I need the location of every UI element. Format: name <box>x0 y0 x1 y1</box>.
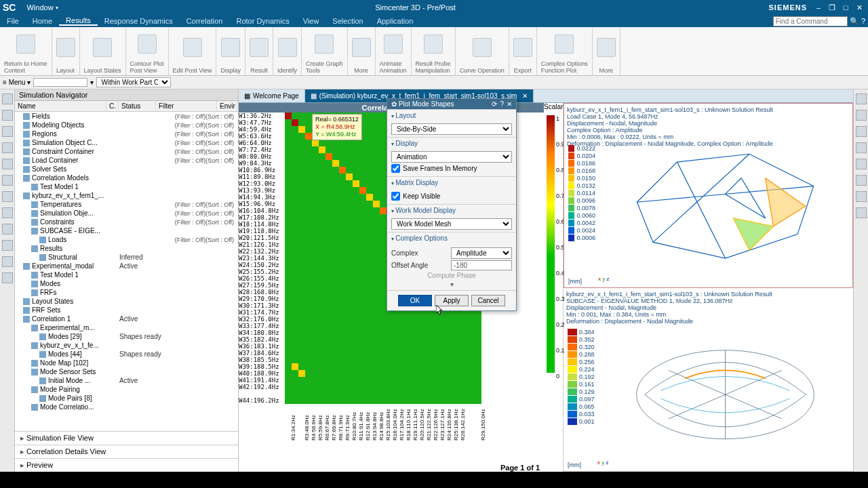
tree-item[interactable]: Correlation 1Active <box>15 314 238 323</box>
ribbon-group-return-to-home[interactable]: Return to HomeContext <box>0 27 52 75</box>
tree-item[interactable]: Temperatures(Filter : Off)(Sort : Off) <box>15 200 238 209</box>
section-complex[interactable]: Complex Options <box>387 232 516 244</box>
dock-icon[interactable] <box>856 110 867 121</box>
save-frames-checkbox[interactable] <box>391 164 400 173</box>
ribbon-group-display[interactable]: Display <box>216 27 245 75</box>
tree-item[interactable]: Modeling Objects(Filter : Off)(Sort : Of… <box>15 121 238 129</box>
accordion-correlation-details-view[interactable]: Correlation Details View <box>15 445 238 458</box>
tree-item[interactable]: FRF Sets <box>15 306 238 314</box>
ribbon-group-export[interactable]: Export <box>509 27 537 75</box>
ribbon-group-edit-post-view[interactable]: Edit Post View <box>169 27 217 75</box>
dock-icon[interactable] <box>2 110 13 121</box>
tree-item[interactable]: Regions(Filter : Off)(Sort : Off) <box>15 129 238 138</box>
menu-response-dynamics[interactable]: Response Dynamics <box>98 17 180 25</box>
section-layout[interactable]: Layout <box>387 109 516 121</box>
maximize-icon[interactable]: □ <box>840 3 852 12</box>
menu-selection[interactable]: Selection <box>326 17 370 25</box>
document-tab[interactable]: ▦Welcome Page <box>239 89 305 102</box>
tree-item[interactable]: Initial Mode ...Active <box>15 376 238 385</box>
tree-item[interactable]: SUBCASE - EIGE... <box>15 226 238 235</box>
search-icon[interactable]: 🔍 <box>850 17 859 25</box>
tree-item[interactable]: Simulation Obje...(Filter : Off)(Sort : … <box>15 209 238 218</box>
tree-item[interactable]: FRFs <box>15 288 238 297</box>
dock-icon[interactable] <box>856 207 867 218</box>
tree-item[interactable]: Loads(Filter : Off)(Sort : Off) <box>15 235 238 244</box>
ribbon-group-contour-plot[interactable]: Contour PlotPost View <box>126 27 169 75</box>
dock-icon[interactable] <box>2 142 13 153</box>
accordion-simulation-file-view[interactable]: Simulation File View <box>15 431 238 445</box>
close-icon[interactable]: ✕ <box>853 3 865 12</box>
dock-icon[interactable] <box>2 240 13 251</box>
menu-results[interactable]: Results <box>59 16 98 26</box>
tree-item[interactable]: Constraints(Filter : Off)(Sort : Off) <box>15 218 238 226</box>
keep-visible-checkbox[interactable] <box>391 192 400 201</box>
ribbon-group-more[interactable]: More <box>593 27 620 75</box>
ribbon-group-complex-options[interactable]: Complex OptionsFunction Plot <box>537 27 593 75</box>
tree-item[interactable]: Mode Pairing <box>15 385 238 394</box>
tree-item[interactable]: Test Model 1 <box>15 270 238 279</box>
ribbon-group-create-graph[interactable]: Create GraphTools <box>302 27 348 75</box>
tree-item[interactable]: Results <box>15 244 238 253</box>
restore-icon[interactable]: ❐ <box>826 3 838 12</box>
dock-icon[interactable] <box>2 224 13 235</box>
context-input[interactable] <box>33 78 87 87</box>
ribbon-group-curve-operation[interactable]: Curve Operation <box>456 27 509 75</box>
tree-item[interactable]: Experimental_modalActive <box>15 262 238 270</box>
dock-icon[interactable] <box>2 94 13 104</box>
menu-file[interactable]: File <box>0 17 26 25</box>
menu-application[interactable]: Application <box>370 17 420 25</box>
tree-item[interactable]: Load Container(Filter : Off)(Sort : Off) <box>15 156 238 165</box>
ribbon-group-identify[interactable]: Identify <box>273 27 302 75</box>
help-icon[interactable]: ? <box>861 17 865 25</box>
tree-item[interactable]: Modes [44]Shapes ready <box>15 350 238 359</box>
tree-item[interactable]: Constraint Container(Filter : Off)(Sort … <box>15 147 238 156</box>
plot-top[interactable]: kyburz_ev_x_t_fem1_i_fem_start_sim1-sol1… <box>564 103 853 288</box>
apply-button[interactable]: Apply <box>435 295 469 306</box>
display-select[interactable]: Animation <box>391 151 512 163</box>
ribbon-group-result[interactable]: Result <box>245 27 273 75</box>
ok-button[interactable]: OK <box>398 295 432 306</box>
tree-item[interactable]: kyburz_ev_x_t_fe... <box>15 341 238 350</box>
tree-item[interactable]: Solver Sets <box>15 165 238 174</box>
tree-item[interactable]: Mode Pairs [8] <box>15 394 238 403</box>
dialog-title[interactable]: ✿ Plot Mode Shapes ⟳?✕ <box>387 99 516 109</box>
menu-view[interactable]: View <box>296 17 326 25</box>
tree-item[interactable]: Correlation Models <box>15 174 238 182</box>
tree-item[interactable]: StructuralInferred <box>15 253 238 262</box>
dock-icon[interactable] <box>856 126 867 137</box>
layout-select[interactable]: Side-By-Side <box>391 123 512 135</box>
nav-tree[interactable]: Fields(Filter : Off)(Sort : Off)Modeling… <box>15 112 238 431</box>
work-model-select[interactable]: Work Model Mesh <box>391 218 512 230</box>
menu-home[interactable]: Home <box>26 17 59 25</box>
minimize-icon[interactable]: – <box>812 3 825 12</box>
dock-icon[interactable] <box>2 272 13 283</box>
tree-item[interactable]: kyburz_ev_x_t_fem1_... <box>15 191 238 200</box>
dock-icon[interactable] <box>856 142 867 153</box>
tree-item[interactable]: Simulation Object C...(Filter : Off)(Sor… <box>15 138 238 147</box>
dock-icon[interactable] <box>856 159 867 169</box>
dialog-reset-icon[interactable]: ⟳ <box>492 100 497 108</box>
window-menu[interactable]: Window <box>22 3 62 12</box>
tab-close-icon[interactable]: ✕ <box>522 92 528 100</box>
menu-correlation[interactable]: Correlation <box>180 17 230 25</box>
section-matrix[interactable]: Matrix Display <box>387 176 516 188</box>
dock-icon[interactable] <box>856 175 867 186</box>
ribbon-group-layout-states[interactable]: Layout States <box>80 27 126 75</box>
tree-item[interactable]: Fields(Filter : Off)(Sort : Off) <box>15 112 238 121</box>
plot-bottom[interactable]: kyburz_ev_x_t_fem1_i_fem_start_sim1-sol1… <box>564 288 853 472</box>
accordion-preview[interactable]: Preview <box>15 458 238 472</box>
tree-item[interactable]: Test Model 1 <box>15 182 238 191</box>
menu-rotor-dynamics[interactable]: Rotor Dynamics <box>229 17 296 25</box>
dock-icon[interactable] <box>2 159 13 169</box>
dialog-close-icon[interactable]: ✕ <box>507 100 512 108</box>
ribbon-group-animate[interactable]: AnimateAnimation <box>376 27 412 75</box>
ribbon-group-more[interactable]: More <box>348 27 376 75</box>
dialog-help-icon[interactable]: ? <box>500 100 504 108</box>
tree-item[interactable]: Mode Sensor Sets <box>15 367 238 376</box>
dock-icon[interactable] <box>856 191 867 202</box>
tree-item[interactable]: Mode Correlatio... <box>15 403 238 411</box>
dock-icon[interactable] <box>2 175 13 186</box>
section-work-model[interactable]: Work Model Display <box>387 204 516 216</box>
ribbon-group-layout[interactable]: Layout <box>52 27 80 75</box>
dock-icon[interactable] <box>2 207 13 218</box>
